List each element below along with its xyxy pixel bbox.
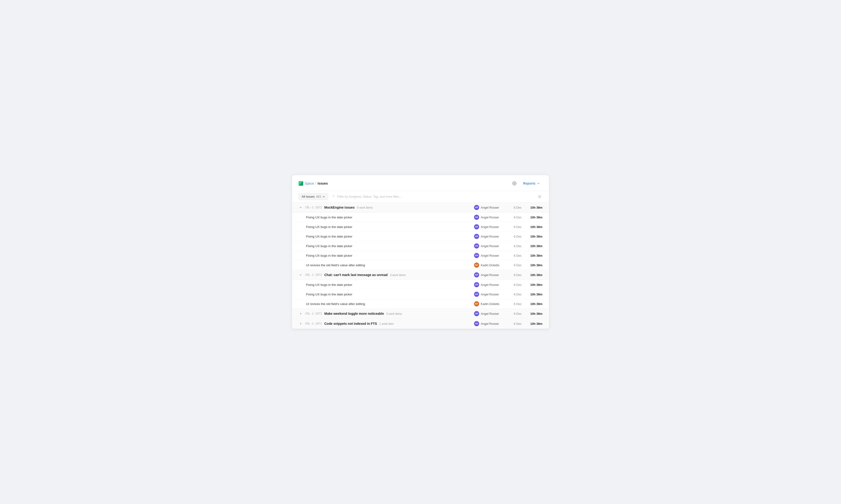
assignee-name: Kadin Dokidis: [481, 264, 499, 267]
date-cell: 6 Dec: [510, 244, 522, 248]
assignee-name: Angel Rosser: [481, 254, 499, 257]
expand-collapse-button[interactable]: [298, 205, 303, 210]
main-card: Space / Issues Reports All Issues 483: [292, 175, 549, 329]
dropdown-arrow-icon: [322, 195, 325, 198]
row-title: Fixing UX bugs in the date picker: [306, 244, 472, 248]
svg-point-0: [514, 183, 515, 184]
expand-collapse-button[interactable]: [298, 273, 303, 277]
space-link[interactable]: Space: [305, 182, 314, 185]
group-row[interactable]: CRL-1-1872 Code snippets not indexed in …: [292, 319, 549, 329]
group-meta: AR Angel Rosser 6 Dec 10h 38m: [474, 272, 543, 277]
assignee-cell: AR Angel Rosser: [474, 224, 504, 229]
time-cell: 10h 38m: [527, 273, 543, 277]
row-title: Fixing UX bugs in the date picker: [306, 225, 472, 229]
work-items-badge: 3 work items: [386, 312, 402, 316]
time-cell: 10h 38m: [527, 302, 543, 306]
svg-point-7: [538, 195, 539, 196]
row-meta: AR Angel Rosser 6 Dec 10h 38m: [474, 282, 543, 287]
table-row[interactable]: Fixing UX bugs in the date picker AR Ang…: [292, 222, 549, 232]
assignee-cell: AR Angel Rosser: [474, 253, 504, 258]
filter-icon: [332, 195, 335, 198]
date-cell: 6 Dec: [510, 273, 522, 277]
row-title: Fixing UX bugs in the date picker: [306, 235, 472, 238]
time-cell: 10h 38m: [527, 264, 543, 267]
assignee-cell: AR Angel Rosser: [474, 234, 504, 239]
row-title: Fixing UX bugs in the date picker: [306, 293, 472, 296]
expand-collapse-button[interactable]: [298, 311, 303, 316]
work-items-badge: 6 work items: [357, 206, 373, 209]
avatar: AR: [474, 311, 479, 316]
avatar: AR: [474, 282, 479, 287]
row-title: UI revives the old field's value after e…: [306, 302, 472, 306]
settings-button[interactable]: [511, 180, 518, 187]
table-row[interactable]: Fixing UX bugs in the date picker AR Ang…: [292, 241, 549, 251]
filter-settings-icon: [538, 195, 542, 199]
time-cell: 10h 38m: [527, 244, 543, 248]
table-row[interactable]: Fixing UX bugs in the date picker AR Ang…: [292, 232, 549, 241]
filter-settings-button[interactable]: [537, 194, 543, 199]
assignee-cell: AR Angel Rosser: [474, 272, 504, 277]
assignee-name: Angel Rosser: [481, 293, 499, 296]
reports-button[interactable]: Reports: [521, 180, 543, 187]
avatar: KD: [474, 263, 479, 268]
table-row[interactable]: Fixing UX bugs in the date picker AR Ang…: [292, 280, 549, 290]
time-cell: 10h 38m: [527, 254, 543, 257]
row-title: Fixing UX bugs in the date picker: [306, 254, 472, 257]
date-cell: 6 Dec: [510, 283, 522, 287]
filter-placeholder: Filter by Assignee, Status, Tag, and mor…: [337, 195, 401, 198]
row-meta: AR Angel Rosser 6 Dec 10h 38m: [474, 253, 543, 258]
table-row[interactable]: Fixing UX bugs in the date picker AR Ang…: [292, 290, 549, 299]
table-row[interactable]: UI revives the old field's value after e…: [292, 299, 549, 309]
date-cell: 6 Dec: [510, 206, 522, 209]
reports-label: Reports: [523, 182, 535, 185]
avatar: AR: [474, 244, 479, 249]
assignee-cell: AR Angel Rosser: [474, 321, 504, 326]
row-title: UI revives the old field's value after e…: [306, 264, 472, 267]
breadcrumb: Space / Issues: [298, 181, 328, 186]
assignee-cell: KD Kadin Dokidis: [474, 301, 504, 306]
table-row[interactable]: Fixing UX bugs in the date picker AR Ang…: [292, 251, 549, 260]
table-row[interactable]: Fixing UX bugs in the date picker AR Ang…: [292, 213, 549, 222]
group-title: MockEngine issues 6 work items: [324, 205, 472, 209]
assignee-cell: AR Angel Rosser: [474, 282, 504, 287]
group-meta: AR Angel Rosser 6 Dec 10h 38m: [474, 311, 543, 316]
date-cell: 6 Dec: [510, 225, 522, 229]
breadcrumb-separator: /: [315, 182, 316, 185]
date-cell: 6 Dec: [510, 254, 522, 257]
group-id: CRL-1-1872: [305, 273, 322, 276]
issues-count: 483: [316, 195, 321, 198]
time-cell: 10h 38m: [527, 225, 543, 229]
assignee-name: Angel Rosser: [481, 216, 499, 219]
assignee-name: Angel Rosser: [481, 244, 499, 248]
work-items-badge: 1 work item: [379, 322, 394, 325]
toolbar: All Issues 483 Filter by Assignee, Statu…: [292, 191, 549, 202]
assignee-cell: AR Angel Rosser: [474, 311, 504, 316]
row-meta: AR Angel Rosser 6 Dec 10h 38m: [474, 224, 543, 229]
group-meta: AR Angel Rosser 6 Dec 10h 38m: [474, 321, 543, 326]
svg-point-8: [540, 196, 541, 197]
header-actions: Reports: [511, 180, 543, 187]
group-id: CRL-1-1872: [305, 206, 322, 209]
all-issues-filter-button[interactable]: All Issues 483: [298, 193, 328, 200]
avatar: AR: [474, 215, 479, 220]
expand-collapse-button[interactable]: [298, 322, 303, 326]
date-cell: 6 Dec: [510, 302, 522, 306]
row-meta: AR Angel Rosser 6 Dec 10h 38m: [474, 215, 543, 220]
date-cell: 6 Dec: [510, 216, 522, 219]
group-meta: AR Angel Rosser 6 Dec 10h 38m: [474, 205, 543, 210]
group-row[interactable]: CRL-1-1872 Chat: can't mark last message…: [292, 270, 549, 280]
date-cell: 6 Dec: [510, 264, 522, 267]
assignee-name: Angel Rosser: [481, 235, 499, 238]
avatar: AR: [474, 205, 479, 210]
group-row[interactable]: CRL-1-1872 Make weekend toggle more noti…: [292, 309, 549, 319]
time-cell: 10h 38m: [527, 312, 543, 316]
filter-label: All Issues: [302, 195, 315, 198]
gear-icon: [512, 181, 516, 185]
assignee-name: Kadin Dokidis: [481, 302, 499, 306]
table-row[interactable]: UI revives the old field's value after e…: [292, 260, 549, 270]
avatar: KD: [474, 301, 479, 306]
avatar: AR: [474, 292, 479, 297]
group-row[interactable]: CRL-1-1872 MockEngine issues 6 work item…: [292, 202, 549, 213]
row-meta: AR Angel Rosser 6 Dec 10h 38m: [474, 292, 543, 297]
assignee-name: Angel Rosser: [481, 283, 499, 287]
